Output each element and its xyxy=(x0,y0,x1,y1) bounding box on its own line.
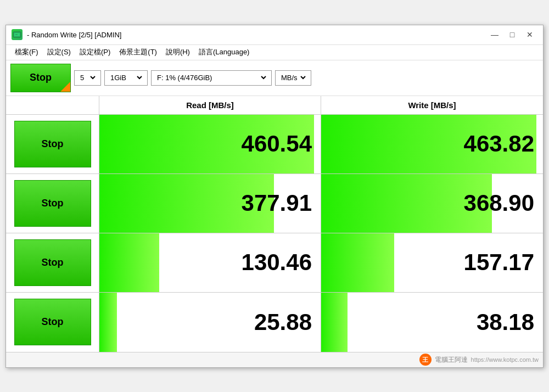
table-row: Stop 460.54 463.82 xyxy=(6,115,543,174)
read-cell-1: 460.54 xyxy=(99,115,321,173)
read-cell-4: 25.88 xyxy=(99,293,321,352)
size-select[interactable]: 512MiB 1GiB 2GiB 4GiB 8GiB 16GiB 32GiB xyxy=(108,73,144,82)
read-value-3: 130.46 xyxy=(242,249,312,276)
window-title: - Random Write [2/5] [ADMIN] xyxy=(27,31,121,39)
stop-button-2[interactable]: Stop xyxy=(14,180,91,227)
status-bar: 王 電腦王阿達 https://www.kotpc.com.tw xyxy=(6,352,543,367)
benchmark-table: Read [MB/s] Write [MB/s] Stop 460.54 463… xyxy=(6,96,543,352)
col-write-header: Write [MB/s] xyxy=(321,96,543,114)
table-header: Read [MB/s] Write [MB/s] xyxy=(6,96,543,115)
read-bar-3 xyxy=(99,233,159,292)
write-value-4: 38.18 xyxy=(477,309,534,335)
write-cell-3: 157.17 xyxy=(321,233,543,292)
read-value-4: 25.88 xyxy=(254,309,312,335)
menu-profile[interactable]: 設定檔(P) xyxy=(75,46,115,59)
stop-button-1[interactable]: Stop xyxy=(14,121,91,167)
main-stop-button[interactable]: Stop xyxy=(10,64,71,92)
table-row: Stop 130.46 157.17 xyxy=(6,233,543,293)
close-button[interactable]: ✕ xyxy=(522,29,537,40)
col-label-header xyxy=(6,96,99,114)
menu-language[interactable]: 語言(Language) xyxy=(194,46,254,59)
table-row: Stop 25.88 38.18 xyxy=(6,293,543,352)
menu-file[interactable]: 檔案(F) xyxy=(10,46,43,59)
menu-bar: 檔案(F) 設定(S) 設定檔(P) 佈景主題(T) 說明(H) 語言(Lang… xyxy=(6,45,543,60)
window-controls: — □ ✕ xyxy=(487,29,537,40)
maximize-button[interactable]: □ xyxy=(505,29,520,40)
title-bar-left: - Random Write [2/5] [ADMIN] xyxy=(12,29,121,40)
stop-cell-1: Stop xyxy=(6,115,99,173)
write-bar-3 xyxy=(321,233,394,292)
svg-rect-2 xyxy=(15,34,18,35)
menu-settings[interactable]: 設定(S) xyxy=(43,46,75,59)
unit-select-wrapper[interactable]: MB/s GB/s IOPS xyxy=(275,70,311,86)
write-value-1: 463.82 xyxy=(464,131,534,157)
read-bar-4 xyxy=(99,293,117,352)
size-select-wrapper[interactable]: 512MiB 1GiB 2GiB 4GiB 8GiB 16GiB 32GiB xyxy=(104,70,148,86)
write-cell-4: 38.18 xyxy=(321,293,543,352)
watermark-url: https://www.kotpc.com.tw xyxy=(471,356,539,363)
count-select-wrapper[interactable]: 1 2 3 5 10 xyxy=(74,70,101,86)
write-value-3: 157.17 xyxy=(464,249,534,276)
stop-button-3[interactable]: Stop xyxy=(14,239,91,286)
read-cell-2: 377.91 xyxy=(99,174,321,233)
watermark-icon: 王 xyxy=(419,354,432,366)
col-read-header: Read [MB/s] xyxy=(99,96,321,114)
write-value-2: 368.90 xyxy=(464,190,534,216)
read-value-1: 460.54 xyxy=(242,131,312,157)
title-bar: - Random Write [2/5] [ADMIN] — □ ✕ xyxy=(6,25,543,45)
count-select[interactable]: 1 2 3 5 10 xyxy=(78,73,97,82)
toolbar: Stop 1 2 3 5 10 512MiB 1GiB 2GiB 4GiB 8G… xyxy=(6,60,543,96)
read-cell-3: 130.46 xyxy=(99,233,321,292)
drive-select-wrapper[interactable]: F: 1% (4/476GiB) xyxy=(151,70,272,86)
stop-cell-2: Stop xyxy=(6,174,99,233)
minimize-button[interactable]: — xyxy=(487,29,502,40)
write-cell-2: 368.90 xyxy=(321,174,543,233)
write-cell-1: 463.82 xyxy=(321,115,543,173)
stop-cell-4: Stop xyxy=(6,293,99,352)
menu-theme[interactable]: 佈景主題(T) xyxy=(115,46,161,59)
unit-select[interactable]: MB/s GB/s IOPS xyxy=(279,73,307,82)
main-window: - Random Write [2/5] [ADMIN] — □ ✕ 檔案(F)… xyxy=(5,25,544,368)
stop-cell-3: Stop xyxy=(6,233,99,292)
watermark-name: 電腦王阿達 xyxy=(435,355,468,365)
drive-select[interactable]: F: 1% (4/476GiB) xyxy=(155,73,268,82)
write-bar-4 xyxy=(321,293,348,352)
watermark: 王 電腦王阿達 https://www.kotpc.com.tw xyxy=(419,354,539,366)
stop-button-4[interactable]: Stop xyxy=(14,299,91,345)
app-icon xyxy=(12,29,23,40)
read-value-2: 377.91 xyxy=(242,190,312,216)
menu-help[interactable]: 說明(H) xyxy=(161,46,194,59)
table-row: Stop 377.91 368.90 xyxy=(6,174,543,233)
